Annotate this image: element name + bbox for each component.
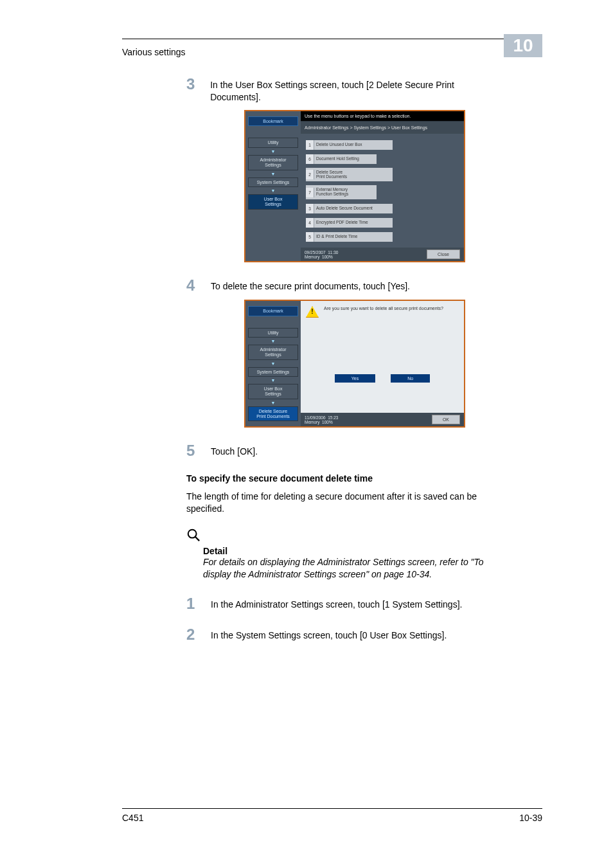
menu-encrypted-pdf-delete-time[interactable]: 4Encrypted PDF Delete Time bbox=[306, 218, 393, 228]
magnifier-icon bbox=[186, 528, 200, 542]
section-subheading: To specify the secure document delete ti… bbox=[186, 473, 373, 484]
chevron-down-icon: ▼ bbox=[248, 172, 298, 176]
step-text-4: To delete the secure print documents, to… bbox=[211, 278, 410, 293]
svg-point-0 bbox=[188, 530, 197, 538]
hint-bar: Use the menu buttons or keypad to make a… bbox=[301, 111, 464, 121]
step-number-2: 2 bbox=[186, 627, 211, 642]
menu-document-hold-setting[interactable]: 6Document Hold Setting bbox=[306, 154, 377, 164]
chevron-down-icon: ▼ bbox=[248, 378, 298, 383]
chevron-down-icon: ▼ bbox=[248, 401, 298, 405]
chevron-down-icon: ▼ bbox=[248, 339, 298, 343]
nav-delete-secure-print-documents[interactable]: Delete Secure Print Documents bbox=[248, 406, 298, 421]
close-button[interactable]: Close bbox=[427, 249, 460, 259]
step-text-1: In the Administrator Settings screen, to… bbox=[211, 596, 462, 611]
nav-utility[interactable]: Utility bbox=[248, 138, 298, 148]
step-text-5: Touch [OK]. bbox=[211, 443, 258, 458]
status-left: 11/09/2006 15:23 Memory 100% bbox=[305, 415, 338, 424]
bookmark-button[interactable]: Bookmark bbox=[248, 116, 298, 127]
status-left: 09/25/2007 11:30 Memory 100% bbox=[305, 250, 338, 259]
detail-heading: Detail bbox=[203, 546, 501, 556]
user-box-settings-screenshot: Bookmark Utility ▼ Administrator Setting… bbox=[244, 110, 465, 262]
menu-delete-unused-user-box[interactable]: 1Delete Unused User Box bbox=[306, 140, 393, 150]
nav-user-box-settings[interactable]: User Box Settings bbox=[248, 384, 298, 399]
menu-delete-secure-print-documents[interactable]: 2Delete Secure Print Documents bbox=[306, 168, 393, 182]
detail-body: For details on displaying the Administra… bbox=[203, 556, 501, 581]
chapter-number-badge: 10 bbox=[504, 34, 542, 57]
section-paragraph: The length of time for deleting a secure… bbox=[186, 491, 501, 515]
nav-user-box-settings[interactable]: User Box Settings bbox=[248, 194, 298, 209]
nav-system-settings[interactable]: System Settings bbox=[248, 177, 298, 188]
step-number-4: 4 bbox=[186, 278, 211, 293]
nav-admin-settings[interactable]: Administrator Settings bbox=[248, 345, 298, 359]
chevron-down-icon: ▼ bbox=[248, 149, 298, 154]
warning-icon bbox=[306, 306, 319, 318]
footer-page: 10-39 bbox=[519, 813, 542, 823]
nav-system-settings[interactable]: System Settings bbox=[248, 367, 298, 377]
page-header-title: Various settings bbox=[122, 47, 186, 57]
step-text-2: In the System Settings screen, touch [0 … bbox=[211, 627, 447, 642]
step-number-3: 3 bbox=[186, 77, 210, 104]
breadcrumb: Administrator Settings > System Settings… bbox=[301, 121, 464, 134]
footer-model: C451 bbox=[122, 813, 143, 823]
nav-admin-settings[interactable]: Administrator Settings bbox=[248, 155, 298, 170]
menu-grid: 1Delete Unused User Box 6Document Hold S… bbox=[301, 134, 464, 248]
breadcrumb-nav: Bookmark Utility ▼ Administrator Setting… bbox=[245, 111, 301, 261]
breadcrumb-nav: Bookmark Utility ▼ Administrator Setting… bbox=[245, 301, 301, 426]
menu-id-print-delete-time[interactable]: 5ID & Print Delete Time bbox=[306, 232, 393, 242]
step-number-5: 5 bbox=[186, 443, 211, 458]
step-number-1: 1 bbox=[186, 596, 211, 611]
bookmark-button[interactable]: Bookmark bbox=[248, 306, 298, 316]
step-text-3: In the User Box Settings screen, touch [… bbox=[210, 77, 501, 104]
no-button[interactable]: No bbox=[391, 374, 430, 383]
menu-auto-delete-secure-document[interactable]: 3Auto Delete Secure Document bbox=[306, 204, 393, 213]
nav-utility[interactable]: Utility bbox=[248, 328, 298, 338]
menu-external-memory-function[interactable]: 7External Memory Function Settings bbox=[306, 185, 377, 199]
svg-line-1 bbox=[195, 537, 199, 541]
confirmation-message: Are you sure you want to delete all secu… bbox=[324, 306, 443, 311]
chevron-down-icon: ▼ bbox=[248, 188, 298, 193]
chevron-down-icon: ▼ bbox=[248, 361, 298, 366]
confirmation-dialog-screenshot: Bookmark Utility ▼ Administrator Setting… bbox=[244, 300, 465, 428]
ok-button[interactable]: OK bbox=[432, 415, 460, 424]
yes-button[interactable]: Yes bbox=[335, 374, 375, 383]
